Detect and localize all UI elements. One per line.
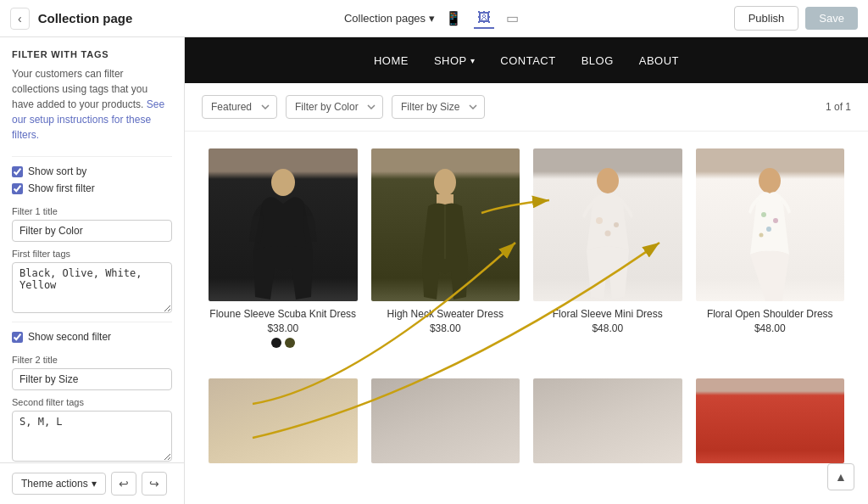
svg-point-7 xyxy=(604,231,610,237)
top-bar: ‹ Collection page Collection pages ▾ 📱 🖼… xyxy=(0,0,868,37)
tablet-view-icon[interactable]: ▭ xyxy=(503,8,522,28)
nav-home[interactable]: HOME xyxy=(374,51,409,70)
svg-point-11 xyxy=(766,227,771,232)
svg-point-8 xyxy=(759,168,781,193)
first-filter-tags-label: First filter tags xyxy=(12,249,172,259)
nav-contact[interactable]: CONTACT xyxy=(500,51,555,70)
main-content: FILTER WITH TAGS Your customers can filt… xyxy=(0,37,868,504)
swatch-olive[interactable] xyxy=(285,338,295,348)
preview-nav: HOME SHOP ▾ CONTACT BLOG ABOUT xyxy=(185,37,868,83)
second-filter-tags-label: Second filter tags xyxy=(12,397,172,407)
svg-point-0 xyxy=(271,169,295,196)
product-card-1: Floune Sleeve Scuba Knit Dress $38.00 xyxy=(202,148,364,361)
filter-pagination: 1 of 1 xyxy=(826,101,851,113)
show-second-filter-label: Show second filter xyxy=(28,331,111,343)
show-first-filter-label: Show first filter xyxy=(28,182,95,194)
product-image-6 xyxy=(371,378,520,463)
product-card-2: High Neck Sweater Dress $38.00 xyxy=(364,148,527,361)
svg-point-12 xyxy=(760,233,764,238)
filter2-title-label: Filter 2 title xyxy=(12,355,172,365)
product-image-4[interactable] xyxy=(696,148,845,301)
svg-rect-2 xyxy=(437,194,453,204)
swatch-black[interactable] xyxy=(271,338,281,348)
sidebar-separator-2 xyxy=(12,322,172,322)
desktop-view-icon[interactable]: 🖼 xyxy=(474,8,494,29)
filter2-title-input[interactable] xyxy=(12,368,172,390)
top-bar-left: ‹ Collection page xyxy=(10,8,132,30)
theme-actions-button[interactable]: Theme actions ▾ xyxy=(12,473,106,495)
view-icons: 📱 🖼 ▭ xyxy=(442,8,522,29)
show-sort-checkbox[interactable] xyxy=(12,166,23,177)
product-price-4: $48.00 xyxy=(696,322,845,334)
size-filter-select[interactable]: Filter by Size xyxy=(392,95,485,119)
top-bar-center: Collection pages ▾ 📱 🖼 ▭ xyxy=(344,8,522,29)
first-filter-tags-input[interactable]: Black, Olive, White, Yellow xyxy=(12,262,172,313)
product-image-5 xyxy=(209,378,358,463)
shop-dropdown-arrow: ▾ xyxy=(470,56,476,65)
show-first-filter-checkbox[interactable] xyxy=(12,183,23,194)
svg-point-4 xyxy=(597,168,619,193)
scroll-top-button[interactable]: ▲ xyxy=(827,463,854,490)
show-sort-row: Show sort by xyxy=(12,165,172,177)
product-image-1[interactable] xyxy=(209,148,358,301)
product-card-5 xyxy=(202,378,364,463)
products-grid-bottom xyxy=(185,378,868,463)
nav-shop[interactable]: SHOP ▾ xyxy=(434,51,475,70)
filter-bar: Featured Filter by Color Filter by Size … xyxy=(185,83,868,132)
back-button[interactable]: ‹ xyxy=(10,8,30,30)
product-card-6 xyxy=(364,378,527,463)
svg-point-10 xyxy=(773,218,778,223)
sidebar-separator xyxy=(12,156,172,157)
show-second-filter-row: Show second filter xyxy=(12,331,172,343)
product-card-7 xyxy=(526,378,689,463)
filter1-title-label: Filter 1 title xyxy=(12,206,172,216)
undo-button[interactable]: ↩ xyxy=(111,472,136,496)
product-name-1: Floune Sleeve Scuba Knit Dress xyxy=(209,308,358,320)
product-image-7 xyxy=(533,378,682,463)
product-card-8 xyxy=(689,378,852,463)
show-sort-label: Show sort by xyxy=(28,165,86,177)
filter1-title-input[interactable] xyxy=(12,220,172,242)
product-image-8 xyxy=(696,378,845,463)
product-price-3: $48.00 xyxy=(533,322,682,334)
color-filter-select[interactable]: Filter by Color xyxy=(286,95,383,119)
sidebar-description: Your customers can filter collections us… xyxy=(12,66,172,143)
sidebar-section-title: FILTER WITH TAGS xyxy=(12,49,172,59)
show-second-filter-checkbox[interactable] xyxy=(12,332,23,343)
sidebar-footer: Theme actions ▾ ↩ ↪ xyxy=(0,462,184,504)
preview-frame: HOME SHOP ▾ CONTACT BLOG ABOUT Featured xyxy=(185,37,868,504)
sort-select[interactable]: Featured xyxy=(202,95,277,119)
svg-point-9 xyxy=(761,212,766,217)
product-swatches-1 xyxy=(209,338,358,348)
product-price-2: $38.00 xyxy=(371,322,520,334)
pages-selector[interactable]: Collection pages ▾ xyxy=(344,12,435,25)
nav-about[interactable]: ABOUT xyxy=(639,51,679,70)
product-name-2: High Neck Sweater Dress xyxy=(371,308,520,320)
sidebar: FILTER WITH TAGS Your customers can filt… xyxy=(0,37,185,504)
svg-point-1 xyxy=(434,169,456,196)
product-name-3: Floral Sleeve Mini Dress xyxy=(533,308,682,320)
product-image-2[interactable] xyxy=(371,148,520,301)
product-card-3: Floral Sleeve Mini Dress $48.00 xyxy=(526,148,689,361)
redo-button[interactable]: ↪ xyxy=(142,472,167,496)
product-image-3[interactable] xyxy=(533,148,682,301)
second-filter-tags-input[interactable]: S, M, L xyxy=(12,411,172,462)
svg-point-6 xyxy=(614,222,619,227)
save-button[interactable]: Save xyxy=(805,7,858,30)
product-card-4: Floral Open Shoulder Dress $48.00 xyxy=(689,148,852,361)
products-grid: Floune Sleeve Scuba Knit Dress $38.00 xyxy=(185,132,868,378)
nav-blog[interactable]: BLOG xyxy=(581,51,614,70)
top-bar-right: Publish Save xyxy=(734,6,858,31)
page-title: Collection page xyxy=(38,11,133,25)
product-price-1: $38.00 xyxy=(209,322,358,334)
publish-button[interactable]: Publish xyxy=(734,6,799,31)
svg-point-5 xyxy=(596,217,603,224)
product-name-4: Floral Open Shoulder Dress xyxy=(696,308,845,320)
preview-area: HOME SHOP ▾ CONTACT BLOG ABOUT Featured xyxy=(185,37,868,504)
mobile-view-icon[interactable]: 📱 xyxy=(442,8,465,28)
show-first-filter-row: Show first filter xyxy=(12,182,172,194)
chevron-down-icon: ▾ xyxy=(92,478,97,490)
